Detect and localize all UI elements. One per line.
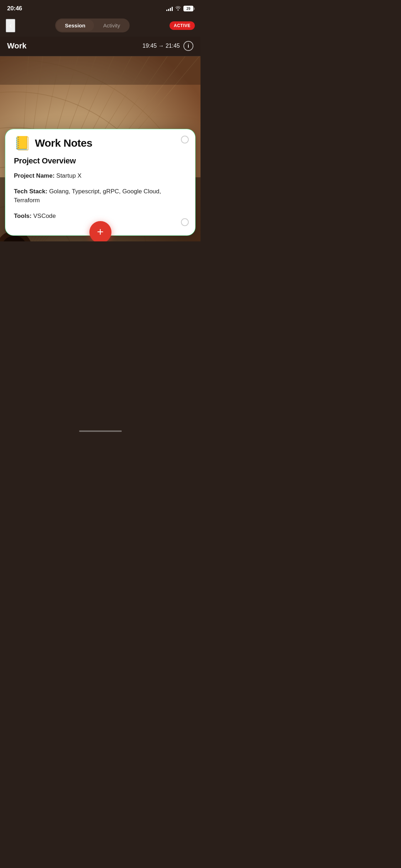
hero-area: 58 m left 📒 Work Notes Project Overview … (0, 56, 200, 241)
card-field-label-tools: Tools: (14, 213, 32, 219)
svg-rect-19 (0, 56, 200, 85)
card-field-project-name: Project Name: Startup X (14, 171, 187, 181)
card-title-row: 📒 Work Notes (14, 136, 187, 150)
add-button[interactable]: + (89, 221, 111, 241)
tab-activity[interactable]: Activity (95, 20, 129, 31)
active-badge: ACTIVE (170, 21, 195, 30)
card-field-tools: Tools: VSCode (14, 211, 187, 221)
status-icons: 29 (166, 6, 193, 12)
status-time: 20:46 (7, 5, 22, 12)
session-title: Work (7, 41, 27, 51)
card-section-title: Project Overview (14, 156, 187, 166)
card-field-label-project: Project Name: (14, 172, 54, 179)
session-time-row: 19:45 → 21:45 i (142, 41, 193, 51)
card-field-value-project: Startup X (54, 172, 82, 179)
home-indicator (79, 430, 122, 432)
card-field-tech-stack: Tech Stack: Golang, Typescript, gRPC, Go… (14, 187, 187, 205)
back-button[interactable]: ‹ (6, 19, 15, 32)
nav-bar: ‹ Session Activity ACTIVE (0, 16, 200, 37)
session-header: Work 19:45 → 21:45 i (0, 37, 200, 56)
notes-card: 📒 Work Notes Project Overview Project Na… (5, 129, 196, 236)
card-radio-bottom[interactable] (181, 218, 189, 226)
card-radio-top[interactable] (181, 136, 189, 143)
status-bar: 20:46 29 (0, 0, 200, 16)
info-button[interactable]: i (183, 41, 193, 51)
battery-icon: 29 (183, 6, 193, 11)
session-time-range: 19:45 → 21:45 (142, 43, 180, 49)
card-emoji: 📒 (14, 136, 31, 150)
signal-icon (166, 6, 173, 11)
add-icon: + (97, 226, 104, 237)
wifi-icon (175, 6, 181, 12)
tab-session[interactable]: Session (56, 20, 94, 31)
tab-switcher: Session Activity (55, 19, 130, 32)
card-field-value-tools: VSCode (32, 213, 56, 219)
card-container: 📒 Work Notes Project Overview Project Na… (0, 129, 200, 241)
card-title: Work Notes (35, 137, 92, 149)
card-field-label-tech: Tech Stack: (14, 188, 47, 195)
